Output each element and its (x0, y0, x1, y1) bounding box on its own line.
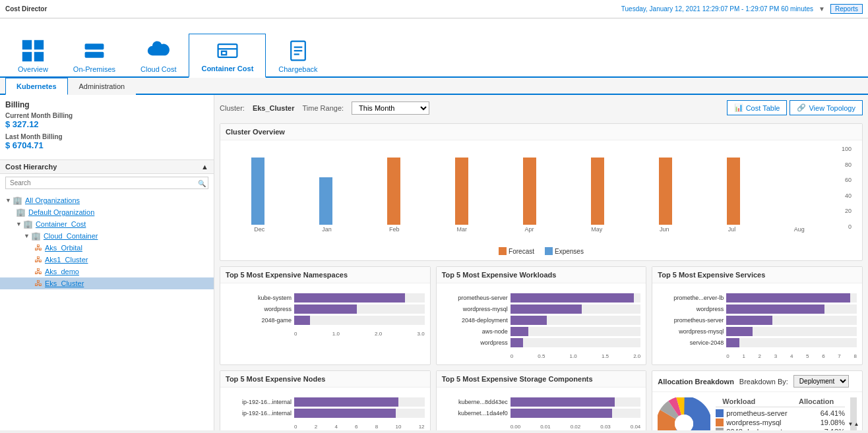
list-item: prometheus-server (658, 316, 857, 325)
nav-cloud-cost[interactable]: Cloud Cost (128, 34, 189, 78)
container-icon (216, 38, 239, 62)
tree-cloud-container[interactable]: ▼ 🏢 Cloud_Container (0, 230, 214, 242)
list-item: wordpress (658, 304, 857, 314)
tree-aks1-cluster[interactable]: 🖧 Aks1_Cluster (0, 254, 214, 266)
org-icon-2: 🏢 (23, 219, 33, 229)
tree-aks-demo[interactable]: 🖧 Aks_demo (0, 266, 214, 277)
workloads-chart: prometheus-server wordpress-mysql 2048-d… (442, 289, 641, 352)
alloc-name-3: 2048-deployment (726, 428, 812, 430)
workloads-axis: 00.51.01.52.0 (442, 353, 641, 359)
legend-forecast: Forecast (499, 247, 534, 255)
nav-overview[interactable]: Overview (5, 34, 61, 78)
bar-mar-forecast (455, 158, 468, 225)
cluster-icon-3: 🖧 (34, 267, 42, 276)
list-item: service-2048 (658, 338, 857, 347)
bar-jan-expenses (319, 177, 332, 225)
app-title: Cost Director (5, 5, 47, 13)
time-range-select[interactable]: This Month Last Month Last 3 Months Cust… (352, 101, 429, 115)
cluster-icon-4: 🖧 (34, 279, 42, 288)
bar-jul-forecast (727, 158, 740, 225)
breakdown-by-label: Breakdown By: (739, 378, 788, 386)
org-icon: 🏢 (13, 196, 22, 205)
current-month-label: Current Month Billing (5, 112, 208, 119)
sidebar: Billing Current Month Billing $ 327.12 L… (0, 95, 214, 430)
topology-icon: 🔗 (797, 103, 806, 112)
cluster-label: Cluster: (220, 104, 245, 112)
alloc-row-1: prometheus-server 64.41% (716, 409, 845, 418)
cloud-icon (146, 39, 170, 63)
bar-apr (497, 146, 561, 225)
tree-eks-cluster[interactable]: 🖧 Eks_Cluster (0, 277, 214, 289)
content-area: Cluster: Eks_Cluster Time Range: This Mo… (214, 95, 868, 430)
nav-cloud-cost-label: Cloud Cost (140, 65, 176, 73)
alloc-row-2: wordpress-mysql 19.08% (716, 418, 845, 427)
list-item: ip-192-16...internal (226, 397, 425, 407)
allocation-pie (658, 397, 710, 430)
table-icon: 📊 (734, 103, 743, 112)
bar-dec-expenses (251, 158, 264, 225)
list-item: 2048-game (226, 316, 425, 325)
cost-table-button[interactable]: 📊 Cost Table (727, 100, 788, 115)
legend-expenses: Expenses (545, 247, 584, 255)
nodes-panel: Top 5 Most Expensive Nodes ip-192-16...i… (220, 370, 431, 430)
tree-aks-orbital[interactable]: 🖧 Aks_Orbital (0, 242, 214, 254)
list-item: aws-node (442, 327, 641, 336)
search-input[interactable] (5, 177, 208, 189)
list-item: kuberne...8dd43ec (442, 397, 641, 407)
reports-button[interactable]: Reports (830, 4, 863, 14)
services-panel: Top 5 Most Expensive Services promethe..… (652, 266, 863, 365)
tree-cloud-container-label: Cloud_Container (44, 232, 98, 240)
list-item: ip-192-16...internal (226, 409, 425, 418)
tree-all-orgs[interactable]: ▼ 🏢 All Organizations (0, 194, 214, 206)
tree-aks-orbital-label: Aks_Orbital (45, 244, 82, 252)
cluster-info: Cluster: Eks_Cluster Time Range: This Mo… (220, 101, 429, 115)
list-item: prometheus-server (442, 293, 641, 303)
tree-default-org-label: Default Organization (28, 208, 94, 216)
hierarchy-header: Cost Hierarchy ▲ (0, 160, 214, 174)
nav-chargeback[interactable]: Chargeback (266, 34, 330, 78)
nodes-content: ip-192-16...internal ip-192-16...interna… (220, 388, 430, 430)
alloc-color-2 (716, 419, 724, 426)
svg-rect-4 (85, 43, 104, 49)
tab-kubernetes[interactable]: Kubernetes (5, 78, 68, 95)
list-item: promethe...erver-lb (658, 293, 857, 303)
nav-on-premises[interactable]: On-Premises (61, 34, 128, 78)
allocation-table-header: Workload Allocation (716, 397, 845, 407)
tree-aks1-cluster-label: Aks1_Cluster (45, 256, 88, 264)
svg-rect-0 (22, 40, 32, 49)
workloads-title: Top 5 Most Expensive Workloads (437, 267, 646, 283)
svg-rect-3 (34, 52, 44, 61)
tree-container: ▼ 🏢 All Organizations 🏢 Default Organiza… (0, 192, 214, 430)
current-month-value: $ 327.12 (5, 119, 208, 129)
alloc-name-1: prometheus-server (726, 409, 812, 417)
view-topology-button[interactable]: 🔗 View Topology (790, 100, 863, 115)
topbar-time: Tuesday, January 12, 2021 12:29:07 PM - … (621, 5, 813, 13)
allocation-scroll[interactable]: ▲▼ (850, 397, 857, 430)
nav-container-cost[interactable]: Container Cost (189, 34, 266, 78)
tree-container-cost[interactable]: ▼ 🏢 Container_Cost (0, 218, 214, 230)
list-item: wordpress-mysql (658, 327, 857, 336)
services-content: promethe...erver-lb wordpress prometheus… (652, 283, 862, 364)
tree-default-org[interactable]: 🏢 Default Organization (0, 206, 214, 218)
hierarchy-collapse-icon[interactable]: ▲ (201, 163, 208, 171)
list-item: kube-system (226, 293, 425, 303)
tab-administration[interactable]: Administration (68, 78, 137, 95)
search-icon: 🔍 (198, 179, 206, 187)
bar-feb-forecast (387, 158, 400, 225)
allocation-panel: Allocation Breakdown Breakdown By: Deplo… (652, 370, 863, 430)
bar-dec (226, 146, 290, 225)
overview-legend: Forecast Expenses (226, 247, 857, 255)
storage-panel: Top 5 Most Expensive Storage Components … (436, 370, 647, 430)
storage-title: Top 5 Most Expensive Storage Components (437, 371, 646, 388)
breakdown-select[interactable]: Deployment Namespace Node (793, 375, 849, 388)
bar-feb (361, 146, 425, 225)
nav-chargeback-label: Chargeback (278, 65, 317, 73)
alloc-pct-1: 64.41% (812, 409, 845, 417)
billing-section: Billing Current Month Billing $ 327.12 L… (0, 95, 214, 160)
hierarchy-title: Cost Hierarchy (5, 163, 57, 171)
svg-rect-2 (22, 52, 32, 61)
alloc-color-3 (716, 428, 724, 430)
cluster-value: Eks_Cluster (253, 104, 295, 112)
hierarchy-search-container: 🔍 (5, 177, 208, 189)
bar-jul (701, 146, 765, 225)
